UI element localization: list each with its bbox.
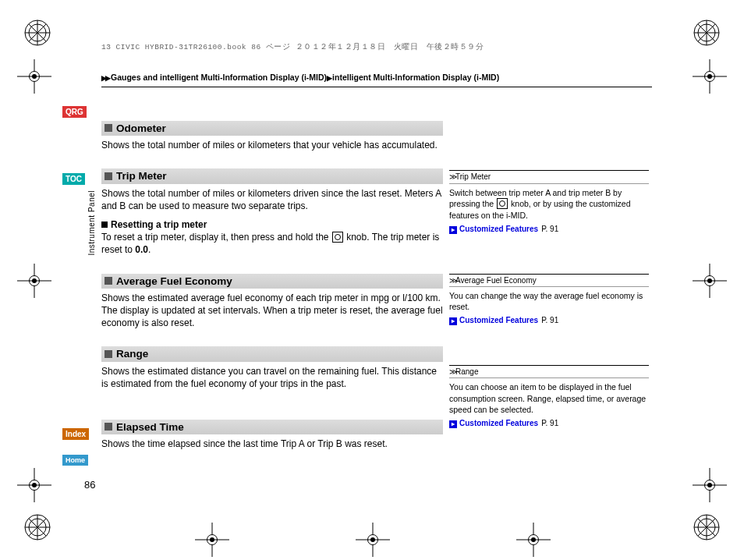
knob-icon (497, 198, 508, 209)
nav-toc[interactable]: TOC (62, 173, 85, 185)
chevron-icon: ≫ (449, 276, 455, 285)
triangle-icon: ▶ (327, 74, 331, 82)
square-bullet-icon (105, 277, 112, 285)
link-arrow-icon: ▸ (449, 226, 457, 234)
section-body: Shows the time elapsed since the last ti… (101, 438, 443, 450)
side-note-body: You can change the way the average fuel … (449, 287, 649, 326)
registration-mark-icon (693, 513, 721, 541)
breadcrumb-seg: Gauges and intelligent Multi-Information… (111, 73, 327, 82)
side-note-body: You can choose an item to be displayed i… (449, 378, 649, 428)
square-bullet-icon (105, 423, 112, 431)
section-heading-range: Range (101, 346, 443, 361)
square-bullet-icon (105, 350, 112, 358)
crosshair-icon (195, 523, 229, 557)
nav-home[interactable]: Home (62, 455, 88, 466)
square-bullet-icon (105, 124, 112, 132)
crosshair-icon (693, 264, 727, 298)
side-note-body: Switch between trip meter A and trip met… (449, 184, 649, 235)
crosshair-icon (17, 264, 51, 298)
section-body: Shows the estimated distance you can tra… (101, 365, 443, 390)
registration-mark-icon (693, 19, 721, 47)
side-note-heading: ≫Average Fuel Economy (449, 274, 649, 288)
section-body: Shows the total number of miles or kilom… (101, 187, 443, 257)
chevron-icon: ≫ (449, 172, 455, 181)
main-column: Odometer Shows the total number of miles… (101, 121, 443, 467)
triangle-icon: ▶▶ (101, 74, 109, 82)
link-arrow-icon: ▸ (449, 317, 457, 325)
breadcrumb-seg: intelligent Multi-Information Display (i… (332, 73, 499, 82)
side-note-heading: ≫Range (449, 365, 649, 379)
crosshair-icon (693, 468, 727, 502)
page-number: 86 (84, 479, 95, 491)
square-bullet-icon (105, 172, 112, 180)
link-customized-features[interactable]: ▸Customized FeaturesP. 91 (449, 224, 649, 235)
section-heading-odometer: Odometer (101, 121, 443, 136)
crosshair-icon (693, 59, 727, 94)
link-arrow-icon: ▸ (449, 420, 457, 428)
knob-icon (332, 232, 343, 243)
link-customized-features[interactable]: ▸Customized FeaturesP. 91 (449, 315, 649, 326)
crosshair-icon (17, 59, 51, 94)
crosshair-icon (17, 468, 51, 502)
section-body: Shows the estimated average fuel economy… (101, 292, 443, 330)
breadcrumb: ▶▶Gauges and intelligent Multi-Informati… (101, 73, 652, 87)
square-bullet-icon (101, 222, 108, 228)
page-header-meta: 13 CIVIC HYBRID-31TR26100.book 86 ページ ２０… (101, 42, 484, 52)
side-note-heading: ≫Trip Meter (449, 170, 649, 184)
crosshair-icon (356, 523, 390, 557)
section-side-label: Instrument Panel (87, 190, 96, 256)
registration-mark-icon (23, 513, 51, 541)
section-heading-fuel-economy: Average Fuel Economy (101, 274, 443, 289)
link-customized-features[interactable]: ▸Customized FeaturesP. 91 (449, 418, 649, 429)
side-notes-column: ≫Trip Meter Switch between trip meter A … (449, 170, 649, 467)
section-heading-elapsed-time: Elapsed Time (101, 420, 443, 434)
side-note-fuel-economy: ≫Average Fuel Economy You can change the… (449, 274, 649, 326)
sub-heading: Resetting a trip meter (101, 218, 443, 231)
nav-qrg[interactable]: QRG (62, 106, 87, 118)
nav-index[interactable]: Index (62, 428, 89, 440)
side-note-range: ≫Range You can choose an item to be disp… (449, 365, 649, 429)
section-heading-trip-meter: Trip Meter (101, 168, 443, 183)
section-body: Shows the total number of miles or kilom… (101, 139, 443, 151)
side-note-trip-meter: ≫Trip Meter Switch between trip meter A … (449, 170, 649, 235)
chevron-icon: ≫ (449, 367, 455, 376)
registration-mark-icon (23, 19, 51, 47)
crosshair-icon (516, 523, 551, 557)
